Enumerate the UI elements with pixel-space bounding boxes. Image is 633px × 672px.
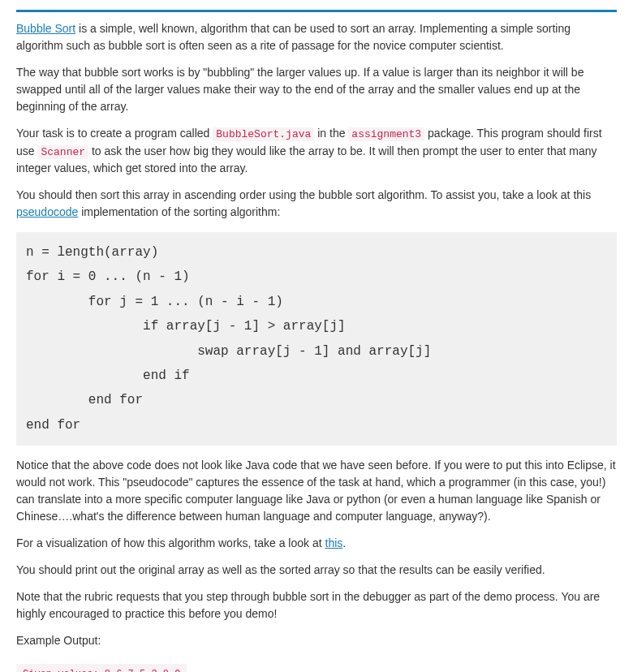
- top-accent-border: [16, 10, 617, 12]
- task-text-d: to ask the user how big they would like …: [16, 144, 597, 175]
- task-text-b: in the: [314, 127, 348, 140]
- viz-text-a: For a visualization of how this algorith…: [16, 536, 325, 549]
- visualization-paragraph: For a visualization of how this algorith…: [16, 535, 617, 552]
- print-instruction-paragraph: You should print out the original array …: [16, 562, 617, 579]
- viz-text-b: .: [342, 536, 346, 549]
- rubric-note-paragraph: Note that the rubric requests that you s…: [16, 588, 617, 622]
- bubblesort-java-code: BubbleSort.java: [213, 127, 314, 141]
- pseudocode-link[interactable]: pseudocode: [16, 205, 78, 218]
- task-paragraph: Your task is to create a program called …: [16, 125, 617, 177]
- pseudocode-block: n = length(array) for i = 0 ... (n - 1) …: [16, 232, 617, 446]
- assignment3-code: assignment3: [348, 127, 424, 141]
- task-text-a: Your task is to create a program called: [16, 127, 213, 140]
- sort-text-b: implementation of the sorting algorithm:: [78, 205, 280, 218]
- scanner-code: Scanner: [37, 145, 88, 159]
- sort-text-a: You should then sort this array in ascen…: [16, 188, 591, 201]
- example-output-label: Example Output:: [16, 632, 617, 649]
- sort-instruction-paragraph: You should then sort this array in ascen…: [16, 187, 617, 221]
- how-it-works-paragraph: The way that bubble sort works is by "bu…: [16, 64, 617, 115]
- bubble-sort-link[interactable]: Bubble Sort: [16, 22, 75, 35]
- this-link[interactable]: this: [325, 536, 343, 549]
- intro-paragraph: Bubble Sort is a simple, well known, alg…: [16, 20, 617, 54]
- output-given-values: Given values: 8 6 7 5 3 0 9: [16, 664, 187, 672]
- intro-text: is a simple, well known, algorithm that …: [16, 22, 571, 52]
- notice-paragraph: Notice that the above code does not look…: [16, 457, 617, 525]
